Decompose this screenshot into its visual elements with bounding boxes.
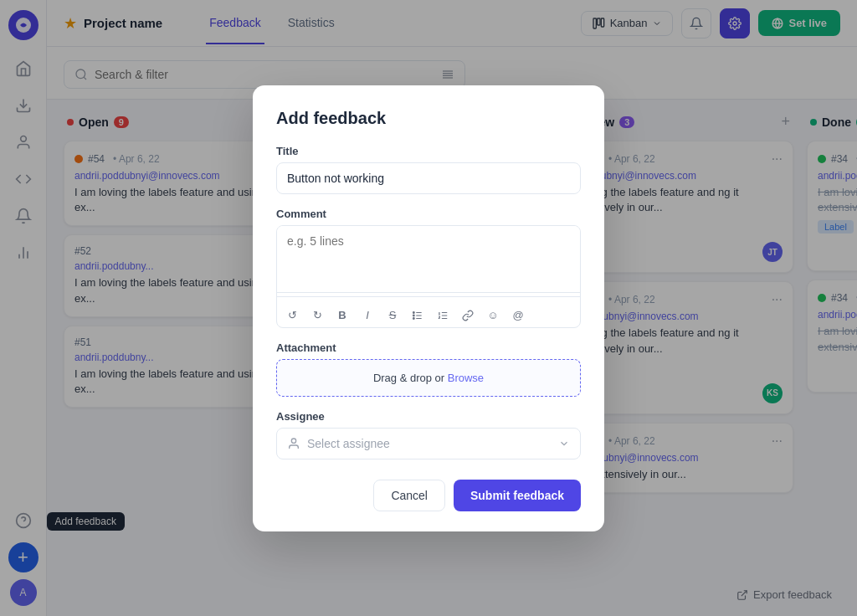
- title-label: Title: [276, 145, 581, 157]
- title-input[interactable]: [276, 162, 581, 194]
- attachment-label: Attachment: [276, 341, 581, 354]
- assignee-select[interactable]: Select assignee: [276, 428, 581, 459]
- link-button[interactable]: [456, 304, 480, 327]
- italic-button[interactable]: I: [356, 304, 379, 327]
- assignee-label: Assignee: [276, 410, 581, 423]
- comment-field-group: Comment ↺ ↻ B I S: [276, 208, 581, 328]
- assignee-field-group: Assignee Select assignee: [276, 410, 581, 459]
- strikethrough-button[interactable]: S: [381, 304, 404, 327]
- cancel-button[interactable]: Cancel: [373, 480, 445, 511]
- bold-button[interactable]: B: [331, 304, 354, 327]
- browse-link[interactable]: Browse: [448, 372, 484, 384]
- emoji-button[interactable]: ☺: [481, 304, 505, 327]
- modal-overlay: Add feedback Title Comment ↺ ↻ B I S: [0, 0, 857, 616]
- comment-label: Comment: [276, 208, 581, 220]
- assignee-icon: [287, 437, 300, 450]
- submit-feedback-button[interactable]: Submit feedback: [454, 480, 581, 511]
- modal-title: Add feedback: [276, 109, 581, 128]
- chevron-down-icon: [558, 438, 570, 449]
- editor-toolbar: ↺ ↻ B I S: [277, 296, 580, 327]
- mention-button[interactable]: @: [506, 304, 530, 327]
- svg-point-24: [413, 311, 414, 313]
- add-feedback-modal: Add feedback Title Comment ↺ ↻ B I S: [253, 85, 604, 531]
- bullet-list-icon: [412, 310, 423, 321]
- comment-textarea[interactable]: [277, 226, 580, 293]
- svg-point-25: [413, 315, 414, 316]
- svg-point-30: [291, 439, 295, 443]
- attachment-field-group: Attachment Drag & drop or Browse: [276, 341, 581, 397]
- svg-point-26: [413, 317, 414, 319]
- modal-footer: Cancel Submit feedback: [276, 480, 581, 511]
- title-field-group: Title: [276, 145, 581, 194]
- bullet-list-button[interactable]: [406, 304, 429, 327]
- attachment-drop-zone[interactable]: Drag & drop or Browse: [276, 359, 581, 397]
- numbered-list-icon: [437, 310, 449, 321]
- comment-wrapper: ↺ ↻ B I S: [276, 225, 581, 328]
- assignee-placeholder: Select assignee: [307, 437, 390, 450]
- redo-button[interactable]: ↻: [305, 304, 329, 327]
- undo-button[interactable]: ↺: [280, 304, 304, 327]
- link-icon: [462, 310, 474, 321]
- numbered-list-button[interactable]: [431, 304, 454, 327]
